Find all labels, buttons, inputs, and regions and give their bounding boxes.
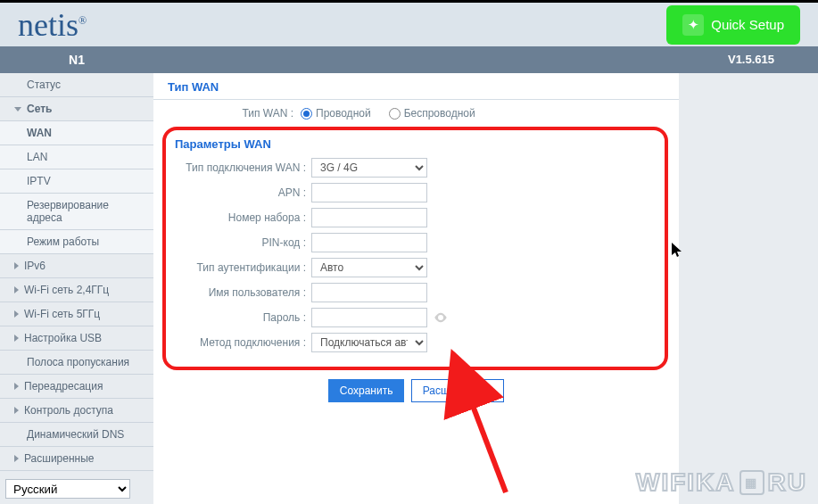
pin-label: PIN-код : — [173, 236, 311, 249]
sidebar-item-9[interactable]: Wi-Fi сеть 5ГГц — [0, 302, 153, 326]
arrow-annotation-icon — [417, 394, 524, 504]
sidebar-item-15[interactable]: Расширенные — [0, 447, 153, 471]
dial-input[interactable] — [311, 208, 427, 227]
sidebar-item-label: LAN — [27, 151, 47, 163]
highlight-box: Параметры WAN Тип подключения WAN :3G / … — [162, 127, 668, 370]
brand-logo: netis® — [18, 6, 87, 44]
sidebar-item-3[interactable]: LAN — [0, 145, 153, 169]
sidebar-item-13[interactable]: Контроль доступа — [0, 399, 153, 423]
dial-label: Номер набора : — [173, 211, 311, 224]
sidebar-item-label: Резервирование адреса — [27, 199, 146, 224]
top-bar: netis® ✦ Quick Setup — [0, 0, 818, 46]
sidebar-item-0[interactable]: Статус — [0, 73, 153, 97]
conn-type-label: Тип подключения WAN : — [173, 161, 311, 174]
sidebar-item-label: WAN — [27, 127, 52, 139]
conn-type-select[interactable]: 3G / 4G — [311, 158, 427, 178]
quick-setup-label: Quick Setup — [711, 17, 784, 32]
chevron-icon — [14, 335, 19, 342]
sidebar-item-label: Сеть — [27, 103, 52, 115]
password-input[interactable] — [311, 308, 427, 327]
radio-icon — [389, 108, 401, 120]
content-panel: Тип WAN Тип WAN : Проводной Беспроводной… — [153, 73, 684, 504]
apn-input[interactable] — [311, 183, 427, 202]
cursor-icon — [672, 243, 684, 262]
sidebar-item-label: Контроль доступа — [24, 404, 113, 417]
sidebar-item-16[interactable]: TR-069 — [0, 471, 153, 474]
model-label: N1 — [0, 46, 153, 73]
sidebar-item-6[interactable]: Режим работы — [0, 230, 153, 254]
chevron-icon — [14, 310, 19, 318]
svg-line-0 — [470, 399, 506, 492]
sidebar-item-label: Динамический DNS — [27, 428, 124, 441]
chevron-icon — [14, 383, 19, 390]
username-input[interactable] — [311, 283, 427, 302]
sidebar-item-label: Статус — [27, 78, 61, 91]
section-title: Тип WAN — [153, 73, 679, 100]
chevron-icon — [14, 262, 19, 269]
wand-icon: ✦ — [682, 14, 704, 36]
sidebar-item-2[interactable]: WAN — [0, 121, 153, 145]
auth-label: Тип аутентификации : — [173, 261, 311, 274]
language-select[interactable]: Русский — [5, 479, 130, 499]
eye-icon[interactable] — [433, 310, 449, 326]
sidebar-item-12[interactable]: Переадресация — [0, 375, 153, 399]
sidebar-item-label: IPv6 — [24, 260, 45, 272]
pass-label: Пароль : — [173, 311, 311, 324]
right-gutter — [684, 73, 818, 504]
wan-type-row: Тип WAN : Проводной Беспроводной — [153, 100, 679, 127]
chevron-icon — [14, 107, 21, 112]
watermark: WIFIKA▦RU — [636, 468, 807, 497]
sidebar-item-7[interactable]: IPv6 — [0, 254, 153, 278]
sidebar-item-label: Переадресация — [24, 380, 103, 392]
sidebar-item-8[interactable]: Wi-Fi сеть 2,4ГГц — [0, 278, 153, 302]
language-select-wrap: Русский — [5, 479, 148, 499]
method-label: Метод подключения : — [173, 336, 311, 349]
sidebar-item-label: Расширенные — [24, 452, 95, 465]
sidebar-item-label: Настройка USB — [24, 332, 102, 344]
sidebar-item-11[interactable]: Полоса пропускания — [0, 351, 153, 375]
advanced-button[interactable]: Расширенные — [411, 379, 505, 402]
chevron-icon — [14, 286, 19, 293]
method-select[interactable]: Подключаться автоматически — [311, 333, 427, 352]
save-button[interactable]: Сохранить — [328, 379, 405, 402]
chevron-icon — [14, 407, 19, 414]
pin-input[interactable] — [311, 233, 427, 252]
sidebar-item-label: IPTV — [27, 175, 51, 187]
radio-wired[interactable]: Проводной — [301, 107, 371, 120]
chevron-icon — [14, 455, 19, 462]
sub-bar: N1 V1.5.615 — [0, 46, 818, 73]
sidebar-item-label: Wi-Fi сеть 5ГГц — [24, 308, 100, 320]
auth-select[interactable]: Авто — [311, 258, 427, 277]
quick-setup-button[interactable]: ✦ Quick Setup — [666, 5, 800, 45]
apn-label: APN : — [173, 186, 311, 199]
version-label: V1.5.615 — [684, 46, 818, 73]
button-row: Сохранить Расширенные — [153, 379, 679, 402]
sidebar-item-label: Полоса пропускания — [27, 356, 129, 368]
wan-type-label: Тип WAN : — [153, 107, 301, 120]
radio-wireless[interactable]: Беспроводной — [389, 107, 475, 120]
sidebar: СтатусСетьWANLANIPTVРезервирование адрес… — [0, 73, 153, 504]
sidebar-item-5[interactable]: Резервирование адреса — [0, 194, 153, 230]
user-label: Имя пользователя : — [173, 286, 311, 299]
sidebar-item-4[interactable]: IPTV — [0, 169, 153, 194]
sidebar-item-1[interactable]: Сеть — [0, 97, 153, 121]
sidebar-item-label: Режим работы — [27, 235, 99, 248]
sidebar-item-label: Wi-Fi сеть 2,4ГГц — [24, 284, 109, 296]
params-title: Параметры WAN — [173, 134, 657, 158]
sidebar-item-10[interactable]: Настройка USB — [0, 326, 153, 351]
radio-icon — [301, 108, 312, 120]
sidebar-item-14[interactable]: Динамический DNS — [0, 423, 153, 447]
